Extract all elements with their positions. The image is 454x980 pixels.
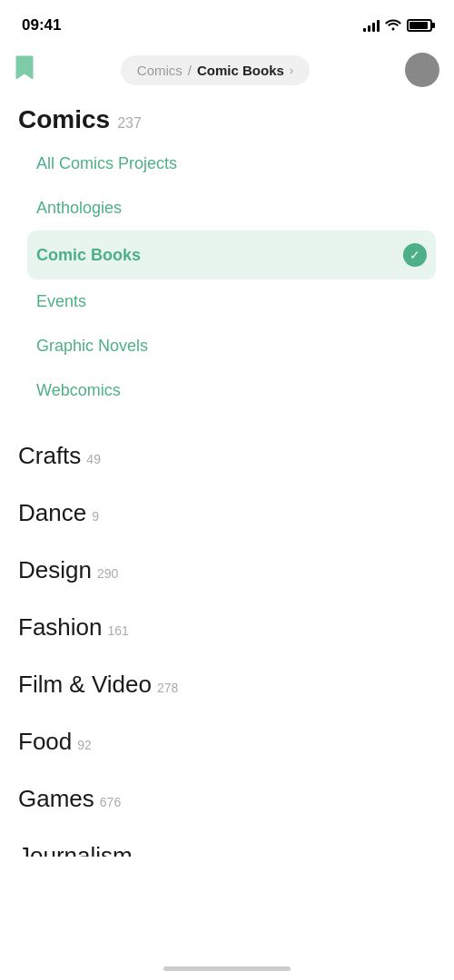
category-name-games: Games [18, 785, 94, 813]
category-name-design: Design [18, 556, 92, 584]
category-row-fashion: Fashion 161 [18, 613, 436, 642]
check-icon: ✓ [403, 243, 427, 267]
signal-icon [363, 19, 380, 32]
subcategory-label-graphic-novels: Graphic Novels [36, 337, 148, 356]
category-item-dance[interactable]: Dance 9 [18, 485, 436, 542]
category-row-journalism: Journalism [18, 842, 436, 857]
category-item-fashion[interactable]: Fashion 161 [18, 599, 436, 656]
breadcrumb-pill[interactable]: Comics / Comic Books › [121, 55, 310, 85]
subcategory-item-events[interactable]: Events [27, 279, 436, 324]
category-row-food: Food 92 [18, 728, 436, 756]
category-name-journalism: Journalism [18, 842, 133, 857]
bookmark-icon[interactable] [15, 54, 35, 85]
breadcrumb-separator: / [188, 63, 192, 78]
subcategory-label-comic-books: Comic Books [36, 246, 141, 265]
subcategory-item-anthologies[interactable]: Anthologies [27, 186, 436, 230]
category-row-games: Games 676 [18, 785, 436, 813]
breadcrumb[interactable]: Comics / Comic Books › [35, 55, 396, 85]
category-row-dance: Dance 9 [18, 499, 436, 527]
category-name-film-video: Film & Video [18, 671, 152, 699]
category-item-food[interactable]: Food 92 [18, 713, 436, 770]
category-item-journalism[interactable]: Journalism [18, 828, 436, 857]
comics-title: Comics [18, 105, 110, 134]
subcategory-item-all[interactable]: All Comics Projects [27, 142, 436, 186]
category-item-games[interactable]: Games 676 [18, 770, 436, 828]
status-icons [363, 18, 432, 34]
chevron-down-icon: › [290, 64, 293, 77]
category-row-crafts: Crafts 49 [18, 442, 436, 470]
category-name-food: Food [18, 728, 72, 756]
category-item-design[interactable]: Design 290 [18, 542, 436, 599]
category-name-dance: Dance [18, 499, 86, 527]
category-name-crafts: Crafts [18, 442, 81, 470]
status-bar: 09:41 [0, 0, 454, 45]
avatar[interactable] [405, 53, 439, 87]
category-count-games: 676 [100, 795, 121, 809]
category-name-fashion: Fashion [18, 613, 103, 642]
breadcrumb-current: Comic Books [197, 63, 284, 78]
subcategory-label-all: All Comics Projects [36, 154, 177, 173]
main-content: Comics 237 All Comics Projects Anthologi… [0, 98, 454, 857]
category-item-crafts[interactable]: Crafts 49 [18, 427, 436, 485]
category-count-food: 92 [77, 738, 92, 752]
subcategory-item-comic-books[interactable]: Comic Books ✓ [27, 230, 436, 279]
subcategory-label-anthologies: Anthologies [36, 199, 122, 218]
home-indicator [163, 966, 291, 971]
comics-section-header: Comics 237 [18, 98, 436, 138]
subcategory-item-graphic-novels[interactable]: Graphic Novels [27, 324, 436, 368]
wifi-icon [385, 18, 401, 34]
comics-count: 237 [117, 115, 142, 132]
category-count-film-video: 278 [157, 681, 178, 695]
status-time: 09:41 [22, 16, 61, 34]
category-item-film-video[interactable]: Film & Video 278 [18, 656, 436, 713]
subcategory-label-events: Events [36, 292, 86, 311]
subcategory-item-webcomics[interactable]: Webcomics [27, 368, 436, 413]
battery-icon [407, 19, 432, 32]
category-row-film-video: Film & Video 278 [18, 671, 436, 699]
subcategory-list: All Comics Projects Anthologies Comic Bo… [18, 142, 436, 413]
category-count-crafts: 49 [86, 452, 101, 466]
breadcrumb-parent: Comics [137, 63, 183, 78]
category-count-dance: 9 [92, 509, 99, 524]
category-count-fashion: 161 [108, 623, 129, 638]
category-count-design: 290 [97, 566, 118, 581]
nav-bar: Comics / Comic Books › [0, 45, 454, 98]
subcategory-label-webcomics: Webcomics [36, 381, 121, 400]
category-row-design: Design 290 [18, 556, 436, 584]
